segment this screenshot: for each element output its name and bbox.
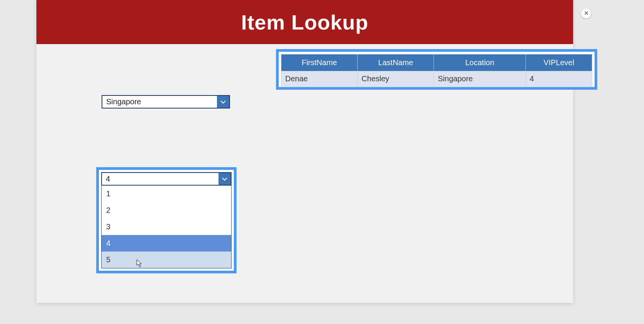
viplevel-option-1[interactable]: 1 (102, 186, 231, 202)
location-dropdown-value: Singapore (102, 96, 217, 108)
cell-location: Singapore (434, 71, 526, 87)
col-firstname: FirstName (281, 54, 358, 71)
viplevel-dropdown-list[interactable]: 1 2 3 4 5 (101, 186, 232, 268)
app-card: Item Lookup FirstName LastName Location … (36, 0, 573, 303)
app-header: Item Lookup (36, 0, 573, 44)
col-viplevel: VIPLevel (526, 54, 592, 71)
page-title: Item Lookup (241, 10, 368, 34)
results-table-highlight: FirstName LastName Location VIPLevel Den… (276, 49, 597, 90)
col-lastname: LastName (358, 54, 434, 71)
chevron-down-icon[interactable] (217, 96, 229, 108)
cell-firstname: Denae (281, 71, 358, 87)
viplevel-option-2[interactable]: 2 (102, 202, 231, 219)
location-dropdown[interactable]: Singapore (102, 95, 230, 109)
viplevel-dropdown[interactable]: 4 (101, 172, 232, 186)
results-table: FirstName LastName Location VIPLevel Den… (281, 54, 592, 87)
cell-viplevel: 4 (526, 71, 592, 87)
close-button[interactable]: ✕ (581, 8, 591, 18)
table-row[interactable]: Denae Chesley Singapore 4 (281, 71, 592, 87)
location-dropdown-container: Singapore (102, 95, 230, 109)
viplevel-option-5[interactable]: 5 (102, 252, 231, 268)
viplevel-option-3[interactable]: 3 (102, 219, 231, 235)
table-header-row: FirstName LastName Location VIPLevel (281, 54, 592, 71)
viplevel-dropdown-highlight: 4 1 2 3 4 5 (96, 167, 237, 273)
chevron-down-icon[interactable] (219, 173, 231, 185)
viplevel-dropdown-value: 4 (102, 173, 219, 185)
col-location: Location (434, 54, 526, 71)
close-icon: ✕ (584, 10, 589, 16)
viplevel-option-4[interactable]: 4 (102, 235, 231, 252)
cell-lastname: Chesley (358, 71, 434, 87)
